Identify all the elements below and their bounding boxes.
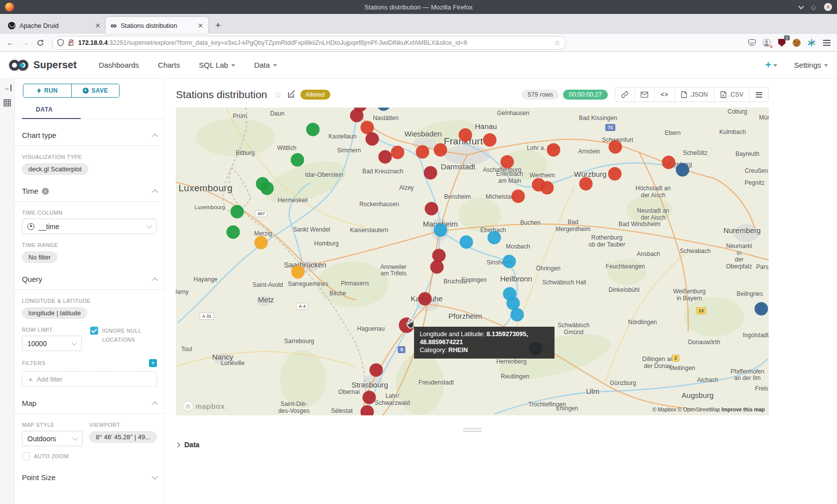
map-point[interactable] [423,166,437,180]
tab-data[interactable]: DATA [22,106,81,119]
panel-drag-handle[interactable] [176,428,769,432]
map-point[interactable] [306,123,319,136]
map-point[interactable] [458,128,472,142]
new-tab-button[interactable]: + [215,20,221,31]
map-point[interactable] [488,231,501,244]
section-query[interactable]: Query [22,275,157,289]
account-icon[interactable]: ✕ [760,36,773,49]
map-point[interactable] [365,132,379,146]
map-point[interactable] [676,163,690,176]
tab-close-icon[interactable]: ✕ [198,22,203,29]
map-point[interactable] [460,236,473,249]
ublock-icon[interactable]: 2 [775,36,788,49]
section-map[interactable]: Map [22,399,157,413]
map-point[interactable] [418,292,431,305]
map-point[interactable] [432,249,446,262]
dataset-grid-icon[interactable] [3,99,11,108]
export-csv-button[interactable]: .CSV [714,88,749,102]
superset-brand[interactable]: Superset [33,59,77,71]
expand-datasource-icon[interactable]: → [3,85,11,91]
map-point[interactable] [433,143,447,157]
map-point[interactable] [511,189,525,203]
bookmark-star-icon[interactable]: ☆ [554,39,560,47]
ignore-null-checkbox[interactable]: IGNORE NULL LOCATIONS [90,327,157,344]
checkbox-checked-icon[interactable] [90,327,98,335]
map-point[interactable] [362,391,376,404]
map-point[interactable] [255,236,268,250]
view-query-button[interactable]: <> [654,88,675,102]
deckgl-map[interactable]: PrümDaunNastättenGelnhausenBad Kissingen… [176,108,769,415]
map-point[interactable] [502,255,516,268]
data-panel-toggle[interactable]: Data [176,441,837,449]
run-button[interactable]: RUN [23,84,71,97]
map-point[interactable] [391,146,405,159]
pocket-icon[interactable] [745,36,758,49]
nav-data[interactable]: Data [254,61,277,69]
tracking-shield-icon[interactable] [57,39,64,46]
row-limit-select[interactable]: 10000 [22,336,82,351]
viewport-value[interactable]: 8° 46' 45.28" | 49... [89,431,157,443]
map-style-select[interactable]: Outdoors [22,431,83,446]
reload-button[interactable] [34,36,47,49]
chart-menu-icon[interactable] [749,88,768,102]
map-point[interactable] [424,202,438,215]
map-point[interactable] [608,140,622,154]
time-range-value[interactable]: No filter [22,252,57,263]
email-button[interactable] [634,88,654,102]
map-point[interactable] [416,145,429,158]
new-item-button[interactable]: + [765,59,777,71]
save-button[interactable]: + SAVE [71,84,120,97]
nav-sql-lab[interactable]: SQL Lab [199,61,235,69]
map-point[interactable] [430,260,443,274]
map-point[interactable] [511,308,524,321]
superset-logo-icon[interactable] [9,60,29,71]
extension-asterisk-icon[interactable] [805,36,818,49]
map-point[interactable] [754,302,768,316]
map-point[interactable] [483,133,496,146]
nav-charts[interactable]: Charts [158,61,180,69]
time-column-select[interactable]: __time [22,219,157,234]
map-point[interactable] [377,108,390,111]
edit-properties-icon[interactable] [288,90,295,100]
map-point[interactable] [261,181,274,195]
nav-dashboards[interactable]: Dashboards [99,61,139,69]
favorite-star-icon[interactable]: ☆ [274,90,281,100]
map-point[interactable] [547,143,560,157]
tab-close-icon[interactable]: ✕ [95,22,101,29]
improve-map-link[interactable]: Improve this map [721,406,765,412]
section-chart-type[interactable]: Chart type [22,131,157,145]
url-bar[interactable]: 172.18.0.4:32251/superset/explore/?form_… [52,36,566,50]
window-minimize-icon[interactable] [798,3,804,9]
export-json-button[interactable]: .JSON [675,88,714,102]
back-button[interactable]: ← [4,36,17,49]
map-point[interactable] [579,177,593,191]
map-point[interactable] [540,181,554,195]
map-point[interactable] [230,205,244,218]
viz-type-value[interactable]: deck.gl Scatterplot [22,163,88,175]
map-point[interactable] [291,265,305,279]
map-point[interactable] [227,226,240,239]
map-point[interactable] [501,155,514,168]
section-point-size[interactable]: Point Size [22,473,157,488]
tab-apache-druid[interactable]: Apache Druid ✕ [3,17,106,34]
map-point[interactable] [361,405,374,415]
map-point[interactable] [370,364,383,377]
map-point[interactable] [379,150,392,163]
map-point[interactable] [433,223,447,237]
map-attribution[interactable]: © Mapbox © OpenStreetMap Improve this ma… [652,406,765,412]
checkbox-unchecked-icon[interactable] [22,452,30,460]
forward-button[interactable]: → [19,36,32,49]
mapbox-logo[interactable]: ◎ mapbox [183,401,225,411]
map-point[interactable] [290,153,304,167]
cookie-extension-icon[interactable] [790,36,803,49]
map-point[interactable] [608,167,621,180]
insecure-lock-icon[interactable] [68,39,74,46]
lonlat-value[interactable]: longitude | latitude [22,307,87,319]
tab-stations-distribution[interactable]: ∞ Stations distribution ✕ [106,17,208,34]
map-point[interactable] [662,156,675,169]
window-maximize-icon[interactable]: ◇ [811,4,816,10]
firefox-menu-icon[interactable] [820,36,833,49]
window-close-icon[interactable]: ✕ [824,3,832,11]
copy-link-button[interactable] [615,88,634,102]
auto-zoom-checkbox[interactable]: AUTO ZOOM [22,452,89,461]
